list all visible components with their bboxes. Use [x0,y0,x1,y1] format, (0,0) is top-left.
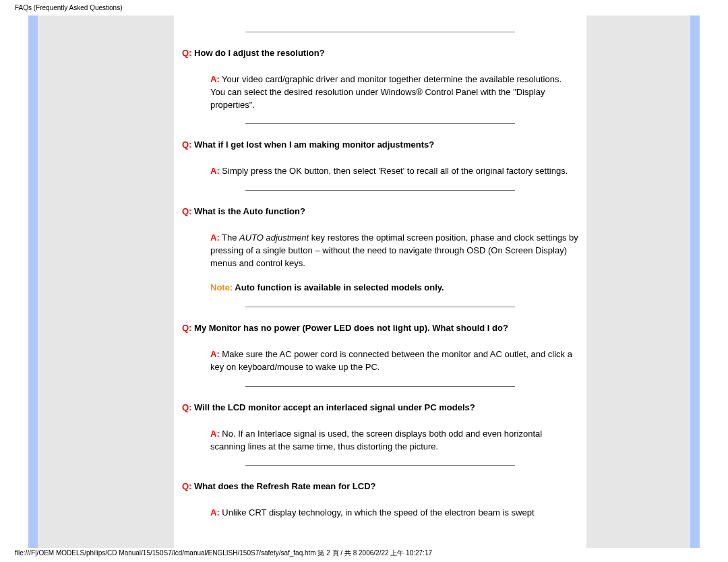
note-prefix: Note: [210,282,233,292]
separator [245,307,515,307]
answer-text: No. If an Interlace signal is used, the … [210,429,542,451]
faq-question: Q: My Monitor has no power (Power LED do… [182,322,578,335]
a-prefix: A: [210,507,220,518]
question-text: What does the Refresh Rate mean for LCD? [191,481,375,491]
faq-question: Q: What is the Auto function? [182,206,578,218]
separator [245,32,515,32]
answer-text-italic: AUTO adjustment [239,232,309,243]
margin-left [0,15,28,548]
q-prefix: Q: [182,323,191,333]
faq-question: Q: How do I adjust the resolution? [182,47,578,60]
faq-answer: A: No. If an Interlace signal is used, t… [182,428,578,454]
question-text: Will the LCD monitor accept an interlace… [191,402,475,412]
answer-text-pre: The [220,232,239,243]
a-prefix: A: [210,349,220,359]
page-header-title: FAQs (Frequently Asked Questions) [0,0,728,11]
note-text: Auto function is available in selected m… [233,282,444,292]
question-text: What is the Auto function? [191,206,305,216]
separator [245,190,515,191]
a-prefix: A: [210,429,220,439]
faq-question: Q: What if I get lost when I am making m… [182,139,578,152]
separator [245,465,515,466]
faq-answer: A: Simply press the OK button, then sele… [182,165,578,178]
faq-answer: A: Your video card/graphic driver and mo… [182,73,578,112]
a-prefix: A: [210,166,220,176]
margin-right [700,15,719,548]
answer-text: Simply press the OK button, then select … [220,166,568,176]
q-prefix: Q: [182,481,191,491]
footer-file-path: file:///F|/OEM MODELS/philips/CD Manual/… [15,549,432,558]
faq-note: Note: Auto function is available in sele… [182,282,578,294]
answer-text: Your video card/graphic driver and monit… [210,74,562,110]
question-text: My Monitor has no power (Power LED does … [191,323,508,333]
faq-answer: A: Unlike CRT display technology, in whi… [182,507,578,520]
grey-column-left [38,15,174,548]
a-prefix: A: [210,232,220,243]
q-prefix: Q: [182,139,191,150]
faq-question: Q: What does the Refresh Rate mean for L… [182,480,578,493]
faq-item: Q: Will the LCD monitor accept an interl… [182,402,578,454]
question-text: How do I adjust the resolution? [191,48,324,58]
answer-text: Make sure the AC power cord is connected… [210,349,572,372]
page-wrapper: Q: How do I adjust the resolution? A: Yo… [0,15,728,548]
faq-content: Q: How do I adjust the resolution? A: Yo… [174,15,586,548]
q-prefix: Q: [182,402,191,412]
faq-answer: A: Make sure the AC power cord is connec… [182,348,578,374]
faq-item: Q: What if I get lost when I am making m… [182,139,578,178]
blue-stripe-right [690,15,700,548]
separator [245,123,515,124]
faq-answer: A: The AUTO adjustment key restores the … [182,232,578,270]
q-prefix: Q: [182,48,191,58]
separator [245,386,515,387]
q-prefix: Q: [182,206,191,216]
faq-item: Q: How do I adjust the resolution? A: Yo… [182,47,578,111]
question-text: What if I get lost when I am making moni… [191,139,434,150]
answer-text: Unlike CRT display technology, in which … [220,507,535,518]
grey-column-right [586,15,690,548]
faq-item: Q: What does the Refresh Rate mean for L… [182,480,578,520]
faq-item: Q: My Monitor has no power (Power LED do… [182,322,578,374]
faq-question: Q: Will the LCD monitor accept an interl… [182,402,578,414]
blue-stripe-left [28,15,38,548]
faq-item: Q: What is the Auto function? A: The AUT… [182,206,578,294]
a-prefix: A: [210,74,220,84]
